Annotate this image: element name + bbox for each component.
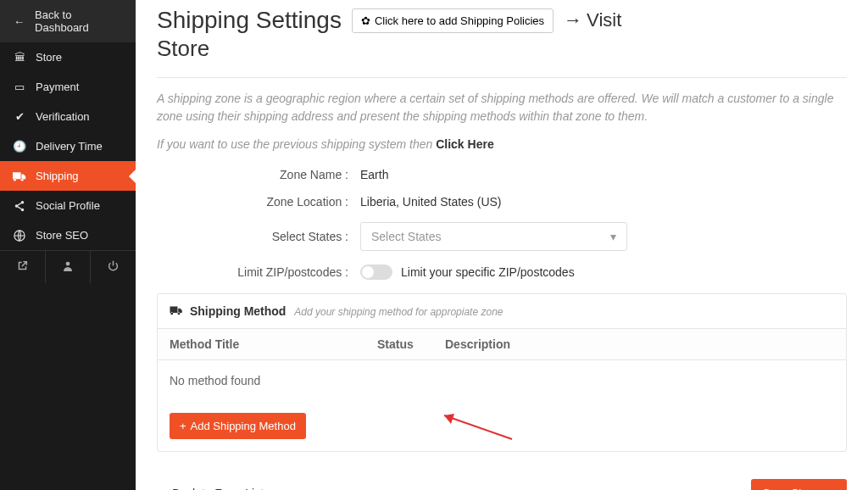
zone-name-value: Earth (360, 168, 847, 181)
arrow-right-icon: → (564, 9, 582, 31)
col-method-title: Method Title (170, 337, 377, 351)
zone-location-row: Zone Location : Liberia, United States (… (157, 195, 847, 209)
truck-icon (12, 170, 27, 182)
col-status: Status (377, 337, 445, 351)
sidebar-item-social[interactable]: Social Profile (0, 191, 136, 220)
divider (157, 77, 847, 78)
sidebar-item-label: Shipping (36, 170, 79, 182)
zip-toggle[interactable] (360, 264, 392, 280)
sidebar-item-label: Delivery Time (36, 140, 103, 153)
add-shipping-method-button[interactable]: + Add Shipping Method (170, 413, 306, 439)
back-label: Back to Zone List (172, 487, 264, 491)
description-text: A shipping zone is a geographic region w… (157, 90, 847, 125)
share-icon (12, 200, 27, 212)
bottom-bar: ← Back to Zone List Save Changes (157, 479, 847, 490)
sidebar-item-label: Social Profile (36, 199, 100, 212)
chevron-down-icon: ▾ (610, 230, 616, 243)
visit-label: Visit (587, 9, 621, 31)
states-select[interactable]: Select States ▾ (360, 222, 627, 251)
method-footer: + Add Shipping Method (158, 401, 846, 451)
states-label: Select States : (157, 230, 360, 243)
power-icon (108, 260, 119, 274)
method-header: Shipping Method Add your shipping method… (158, 294, 846, 328)
gear-icon: ✿ (361, 14, 370, 27)
zone-location-value: Liberia, United States (US) (360, 195, 847, 209)
sidebar-item-label: Store SEO (36, 229, 88, 242)
button-label: Click here to add Shipping Policies (375, 14, 544, 27)
page-subtitle: Store (157, 36, 847, 62)
svg-point-4 (66, 262, 70, 266)
card-icon: ▭ (12, 81, 27, 93)
truck-icon (170, 304, 186, 318)
sidebar-item-label: Store (36, 51, 62, 64)
power-button[interactable] (91, 251, 136, 283)
sidebar-item-delivery[interactable]: 🕘 Delivery Time (0, 131, 136, 161)
col-description: Description (445, 337, 834, 351)
user-icon (63, 260, 73, 274)
page-title: Shipping Settings (157, 7, 342, 34)
sidebar-item-label: Back to Dashboard (35, 8, 124, 34)
main-content: Shipping Settings ✿ Click here to add Sh… (136, 0, 868, 490)
visit-store-link[interactable]: → Visit (564, 9, 621, 31)
zip-row: Limit ZIP/postcodes : Limit your specifi… (157, 264, 847, 280)
method-title: Shipping Method (190, 304, 287, 318)
sidebar-item-verification[interactable]: ✔ Verification (0, 102, 136, 131)
external-link-button[interactable] (0, 251, 46, 283)
sidebar: ← Back to Dashboard 🏛 Store ▭ Payment ✔ … (0, 0, 136, 490)
zip-toggle-text: Limit your specific ZIP/postcodes (401, 265, 575, 279)
method-empty-state: No method found (158, 360, 846, 401)
plus-icon: + (180, 420, 186, 432)
zone-name-row: Zone Name : Earth (157, 168, 847, 181)
method-table-head: Method Title Status Description (158, 328, 846, 360)
user-button[interactable] (46, 251, 92, 283)
zone-location-label: Zone Location : (157, 195, 360, 209)
sidebar-item-label: Payment (36, 81, 79, 93)
add-policies-button[interactable]: ✿ Click here to add Shipping Policies (352, 8, 554, 33)
zone-name-label: Zone Name : (157, 168, 360, 181)
shipping-method-card: Shipping Method Add your shipping method… (157, 293, 847, 452)
sidebar-item-label: Verification (36, 110, 90, 123)
click-here-link[interactable]: Click Here (436, 137, 493, 151)
globe-icon (12, 230, 27, 242)
sidebar-item-seo[interactable]: Store SEO (0, 220, 136, 250)
external-link-icon (17, 260, 28, 274)
sidebar-footer (0, 250, 136, 283)
button-label: Add Shipping Method (191, 420, 296, 432)
save-changes-button[interactable]: Save Changes (751, 479, 847, 490)
method-subtitle: Add your shipping method for appropiate … (294, 306, 503, 318)
sidebar-item-payment[interactable]: ▭ Payment (0, 72, 136, 102)
arrow-left-icon: ← (12, 15, 26, 28)
bank-icon: 🏛 (12, 51, 27, 64)
states-row: Select States : Select States ▾ (157, 222, 847, 251)
states-placeholder: Select States (371, 230, 442, 243)
zip-label: Limit ZIP/postcodes : (157, 265, 360, 279)
switch-prefix: If you want to use the previous shipping… (157, 137, 436, 151)
sidebar-item-shipping[interactable]: Shipping (0, 161, 136, 191)
back-to-zone-list-link[interactable]: ← Back to Zone List (157, 487, 264, 491)
sidebar-item-store[interactable]: 🏛 Store (0, 42, 136, 72)
header: Shipping Settings ✿ Click here to add Sh… (157, 7, 847, 34)
arrow-left-icon: ← (157, 487, 169, 491)
check-icon: ✔ (12, 110, 27, 123)
switch-system-text: If you want to use the previous shipping… (157, 137, 847, 151)
clock-icon: 🕘 (12, 140, 27, 153)
sidebar-item-back[interactable]: ← Back to Dashboard (0, 0, 136, 42)
